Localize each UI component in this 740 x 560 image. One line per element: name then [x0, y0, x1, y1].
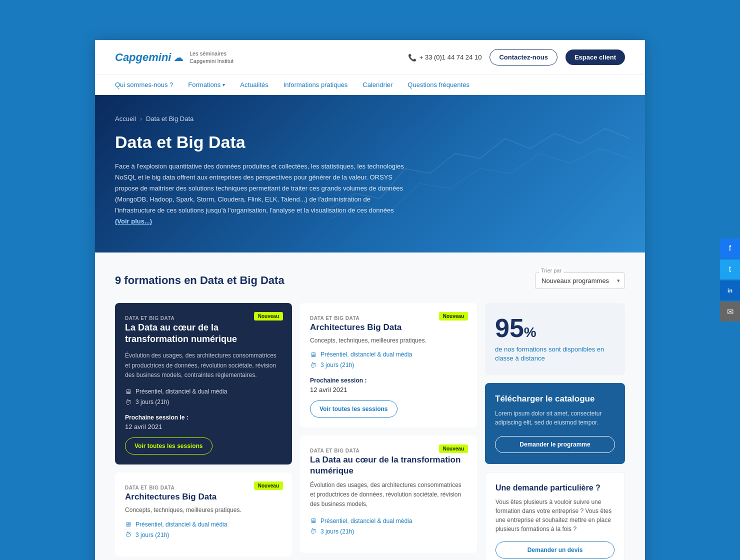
card-1-meta: 🖥 Présentiel, distanciel & dual média ⏱ … — [125, 388, 282, 406]
stat-text: de nos formations sont disponibles en cl… — [495, 345, 615, 363]
facebook-icon: f — [729, 244, 731, 253]
content-header: 9 formations en Data et Big Data Trier p… — [115, 272, 625, 289]
card-3-meta: 🖥 Présentiel, distanciel & dual média ⏱ … — [125, 520, 282, 538]
card-4-meta: 🖥 Présentiel, distanciel & dual média ⏱ … — [310, 517, 467, 535]
card-3-duration: ⏱ 3 jours (21h) — [125, 531, 282, 538]
nav-actualites[interactable]: Actualités — [240, 81, 268, 88]
card-2: DATA ET BIG DATA Nouveau Architectures B… — [300, 303, 477, 428]
breadcrumb-current: Data et Big Data — [146, 115, 194, 122]
demande-title: Une demande particulière ? — [496, 484, 614, 492]
formations-chevron-icon: ▾ — [222, 82, 225, 88]
logo-cloud-icon: ☁ — [174, 52, 184, 63]
phone-number: + 33 (0)1 44 74 24 10 — [420, 54, 482, 61]
logo-text: Capgemini — [115, 51, 171, 64]
sidebar-right-column: 95% de nos formations sont disponibles e… — [485, 303, 625, 560]
sort-label: Trier par — [539, 268, 564, 274]
card-2-session-date: 12 avril 2021 — [310, 386, 467, 394]
card-2-duration: ⏱ 3 jours (21h) — [310, 362, 467, 369]
programme-button[interactable]: Demander le programme — [495, 436, 615, 453]
card-4-description: Évolution des usages, des architectures … — [310, 480, 467, 510]
email-icon: ✉ — [727, 307, 734, 316]
card-3-subtitle: Concepts, techniques, meilleures pratiqu… — [125, 506, 282, 514]
formations-grid: DATA ET BIG DATA Nouveau La Data au cœur… — [115, 303, 625, 560]
card-3: DATA ET BIG DATA Nouveau Architectures B… — [115, 472, 292, 556]
card-3-title: Architectures Big Data — [125, 492, 282, 502]
card-1-badge: Nouveau — [254, 312, 283, 320]
phone-icon: 📞 — [408, 54, 416, 62]
card-1-title: La Data au cœur de la transformation num… — [125, 322, 282, 346]
linkedin-button[interactable]: in — [720, 280, 740, 300]
card-2-title: Architectures Big Data — [310, 322, 467, 333]
card-4: DATA ET BIG DATA Nouveau La Data au cœur… — [300, 436, 477, 554]
nav-formations[interactable]: Formations ▾ — [188, 81, 225, 88]
page-container: Capgemini ☁ Les séminaires Capgemini Ins… — [95, 40, 645, 560]
card-1-modality: 🖥 Présentiel, distanciel & dual média — [125, 388, 282, 396]
card-1-session-label: Prochaine session le : — [125, 414, 282, 421]
card-4-duration: ⏱ 3 jours (21h) — [310, 528, 467, 535]
catalogue-widget: Télécharger le catalogue Lorem ipsum dol… — [485, 383, 625, 464]
monitor-icon-2: 🖥 — [125, 520, 132, 528]
card-1-session-date: 12 avril 2021 — [125, 423, 282, 430]
twitter-icon: t — [729, 265, 731, 274]
clock-icon: ⏱ — [125, 398, 132, 406]
linkedin-icon: in — [728, 288, 732, 294]
contact-button[interactable]: Contactez-nous — [490, 49, 558, 66]
stat-number: 95 — [495, 314, 524, 342]
stat-widget: 95% de nos formations sont disponibles e… — [485, 303, 625, 375]
card-4-title: La Data au cœur de la transformation num… — [310, 454, 467, 476]
monitor-icon-4: 🖥 — [310, 517, 316, 524]
monitor-icon: 🖥 — [125, 388, 132, 396]
twitter-button[interactable]: t — [720, 260, 740, 280]
social-sidebar: f t in ✉ — [720, 238, 740, 322]
stat-percent: % — [524, 324, 536, 340]
card-4-category: DATA ET BIG DATA — [310, 448, 360, 454]
facebook-button[interactable]: f — [720, 238, 740, 258]
demande-widget: Une demande particulière ? Vous êtes plu… — [485, 472, 625, 560]
hero-title: Data et Big Data — [115, 132, 625, 152]
formations-count-title: 9 formations en Data et Big Data — [115, 274, 284, 287]
logo-subtitle: Les séminaires Capgemini Institut — [190, 50, 234, 64]
clock-icon-2: ⏱ — [125, 531, 132, 538]
hero-section: Accueil › Data et Big Data Data et Big D… — [95, 95, 645, 252]
voir-plus-link[interactable]: (Voir plus...) — [115, 218, 152, 225]
clock-icon-4: ⏱ — [310, 528, 316, 535]
main-content: 9 formations en Data et Big Data Trier p… — [95, 252, 645, 560]
card-1-duration: ⏱ 3 jours (21h) — [125, 398, 282, 406]
header-right: 📞 + 33 (0)1 44 74 24 10 Contactez-nous E… — [408, 49, 625, 66]
catalogue-text: Lorem ipsum dolor sit amet, consectetur … — [495, 409, 615, 427]
card-4-modality: 🖥 Présentiel, distanciel & dual média — [310, 517, 467, 524]
clock-icon-3: ⏱ — [310, 362, 316, 369]
card-4-badge: Nouveau — [439, 444, 468, 453]
card-1-sessions-button[interactable]: Voir toutes les sessions — [125, 438, 212, 454]
cards-left-column: DATA ET BIG DATA Nouveau La Data au cœur… — [115, 303, 292, 560]
nav-qui-sommes-nous[interactable]: Qui sommes-nous ? — [115, 81, 173, 88]
card-3-category: DATA ET BIG DATA — [125, 485, 174, 490]
site-header: Capgemini ☁ Les séminaires Capgemini Ins… — [95, 40, 645, 75]
nav-informations-pratiques[interactable]: Informations pratiques — [284, 81, 348, 88]
card-2-sessions-button[interactable]: Voir toutes les sessions — [310, 400, 398, 418]
monitor-icon-3: 🖥 — [310, 351, 316, 358]
breadcrumb: Accueil › Data et Big Data — [115, 115, 625, 122]
devis-button[interactable]: Demander un devis — [496, 542, 614, 558]
email-button[interactable]: ✉ — [720, 302, 740, 322]
sort-select[interactable]: Nouveaux programmes — [535, 272, 625, 289]
card-1-category: DATA ET BIG DATA — [125, 316, 174, 321]
logo-area: Capgemini ☁ Les séminaires Capgemini Ins… — [115, 50, 234, 64]
card-3-modality: 🖥 Présentiel, distanciel & dual média — [125, 520, 282, 528]
catalogue-title: Télécharger le catalogue — [495, 394, 615, 404]
card-2-meta: 🖥 Présentiel, distanciel & dual média ⏱ … — [310, 351, 467, 369]
cards-middle-column: DATA ET BIG DATA Nouveau Architectures B… — [300, 303, 477, 560]
card-2-modality: 🖥 Présentiel, distanciel & dual média — [310, 351, 467, 358]
card-2-category: DATA ET BIG DATA — [310, 316, 360, 321]
espace-client-button[interactable]: Espace client — [566, 50, 625, 65]
card-2-badge: Nouveau — [439, 312, 468, 320]
nav-questions-frequentes[interactable]: Questions fréquentes — [408, 81, 470, 88]
breadcrumb-home[interactable]: Accueil — [115, 115, 136, 122]
card-1: DATA ET BIG DATA Nouveau La Data au cœur… — [115, 303, 292, 464]
logo: Capgemini ☁ — [115, 51, 184, 64]
card-2-session-label: Prochaine session : — [310, 377, 467, 384]
main-nav: Qui sommes-nous ? Formations ▾ Actualité… — [95, 75, 645, 95]
stat-number-area: 95% — [495, 315, 615, 341]
breadcrumb-separator: › — [140, 116, 142, 122]
nav-calendrier[interactable]: Calendrier — [362, 81, 392, 88]
